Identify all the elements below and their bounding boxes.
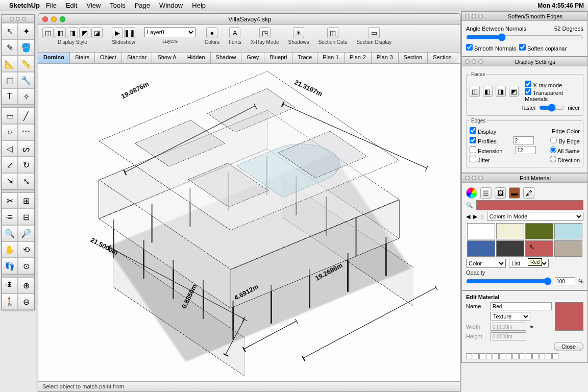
profiles-checkbox[interactable]: Profiles [470, 137, 497, 144]
menu-view[interactable]: View [86, 2, 101, 9]
toolbar-button[interactable]: A [229, 27, 240, 38]
toolbar-button[interactable]: ◪ [91, 27, 103, 38]
direction-radio[interactable]: Direction [550, 156, 580, 163]
color-swatch[interactable]: ↖Red [525, 240, 553, 257]
tool-button[interactable]: ↖ [2, 23, 18, 39]
scene-tab[interactable]: Show A [152, 53, 182, 63]
transparency-quality-slider[interactable] [539, 104, 565, 112]
tool-button[interactable]: T [2, 88, 18, 105]
toolbar-button[interactable]: ● [206, 27, 217, 38]
scene-tab[interactable]: Object [95, 53, 122, 63]
app-name[interactable]: SketchUp [9, 2, 40, 9]
menu-page[interactable]: Page [135, 2, 150, 9]
tool-button[interactable]: ⊞ [18, 192, 34, 209]
scene-tab[interactable]: Shadow [211, 53, 242, 63]
opacity-slider[interactable] [466, 277, 552, 285]
toolbar-button[interactable]: ◩ [79, 27, 90, 38]
scene-tab[interactable]: Grey [241, 53, 264, 63]
xray-checkbox[interactable]: X-ray mode [525, 82, 562, 88]
color-swatch[interactable] [467, 240, 495, 257]
color-swatch[interactable] [554, 240, 582, 257]
tool-button[interactable]: ⤢ [2, 157, 18, 173]
material-name-input[interactable] [491, 302, 552, 310]
search-icon[interactable]: 🔍 [466, 202, 473, 209]
face-style-icon[interactable]: ◫ [470, 86, 480, 97]
link-icon[interactable]: ⚭ [529, 324, 534, 330]
profiles-value[interactable] [513, 136, 534, 144]
toolbar-button[interactable]: ◧ [55, 27, 66, 38]
toolbar-button[interactable]: ☀ [293, 27, 304, 38]
tool-button[interactable]: ✎ [2, 39, 18, 56]
soften-coplanar-checkbox[interactable]: Soften coplanar [519, 44, 567, 52]
tool-button[interactable]: ✧ [18, 88, 34, 105]
palette-titlebar[interactable] [2, 15, 34, 23]
all-same-radio[interactable]: All Same [550, 146, 580, 154]
toolbar-button[interactable]: ◨ [67, 27, 78, 38]
close-button[interactable]: Close [554, 342, 583, 351]
color-swatch[interactable] [496, 223, 524, 239]
tool-button[interactable]: ⟲ [18, 241, 34, 258]
tool-button[interactable]: ⇲ [2, 173, 18, 189]
nav-fwd-icon[interactable]: ▶ [473, 213, 477, 220]
scene-tab[interactable]: Standar [122, 53, 153, 63]
home-icon[interactable]: ⌂ [480, 213, 484, 219]
image-palette-icon[interactable]: 🖼 [495, 187, 506, 199]
tool-button[interactable]: ◫ [2, 72, 18, 88]
extension-value[interactable] [516, 146, 536, 154]
tool-button[interactable]: ◁ [2, 140, 18, 157]
tool-button[interactable]: ↻ [18, 157, 34, 173]
tool-button[interactable]: 🔍 [2, 225, 18, 241]
menu-edit[interactable]: Edit [66, 2, 77, 9]
scene-tab[interactable]: Domino [38, 53, 70, 63]
zoom-window-icon[interactable] [60, 16, 65, 22]
scene-tab[interactable]: Section [428, 53, 457, 63]
menu-help[interactable]: Help [192, 2, 206, 9]
toolbar-button[interactable]: ❚❚ [124, 27, 135, 38]
minimize-window-icon[interactable] [51, 16, 57, 22]
color-swatch[interactable] [554, 223, 582, 239]
tool-button[interactable]: 🔧 [18, 72, 34, 88]
scene-tab[interactable]: Hidden [182, 53, 211, 63]
face-style-icon[interactable]: ◩ [509, 86, 519, 97]
tool-button[interactable]: 👣 [2, 258, 18, 274]
tool-button[interactable]: ⊖ [18, 293, 34, 310]
angle-slider[interactable] [466, 33, 583, 41]
tool-button[interactable]: ⤡ [18, 173, 34, 189]
color-collection-select[interactable]: Colors In Model [487, 212, 583, 221]
scene-tab[interactable]: Stairs [70, 53, 95, 63]
layer-select[interactable]: Layer0 [144, 27, 195, 37]
tool-button[interactable]: ⊕ [18, 277, 34, 293]
tool-button[interactable]: ╱ [18, 108, 34, 124]
list-mode-select[interactable]: List [509, 259, 549, 268]
menu-file[interactable]: File [46, 2, 57, 9]
color-swatch[interactable] [496, 240, 524, 257]
toolbar-button[interactable]: ▭ [369, 27, 380, 38]
opacity-value[interactable] [555, 277, 575, 285]
scene-tab[interactable]: Section [399, 53, 428, 63]
tool-button[interactable]: ✂ [2, 192, 18, 209]
tool-button[interactable]: ✦ [18, 23, 34, 39]
display-edges-checkbox[interactable]: Display [470, 127, 496, 135]
color-swatch[interactable] [525, 223, 553, 239]
scene-tab[interactable]: Trace [292, 53, 317, 63]
close-window-icon[interactable] [42, 16, 48, 22]
toolbar-button[interactable]: ◫ [42, 27, 54, 38]
tool-button[interactable]: ⊟ [18, 209, 34, 225]
scene-tab[interactable]: Bluepri [264, 53, 292, 63]
color-wheel-icon[interactable] [466, 187, 477, 199]
tool-button[interactable]: ▭ [2, 108, 18, 124]
toolbar-button[interactable]: ◳ [259, 27, 271, 38]
crayons-icon[interactable]: 🖍 [523, 187, 534, 199]
viewport-3d[interactable]: 19.0876m 21.3197m 21.5000m 6.8850m 4.691… [38, 64, 460, 381]
brick-icon[interactable]: ▬ [509, 187, 520, 199]
tool-button[interactable]: 🚶 [2, 293, 18, 310]
jitter-checkbox[interactable]: Jitter [470, 156, 490, 163]
menu-window[interactable]: Window [159, 2, 183, 9]
tool-button[interactable]: ⊙ [18, 258, 34, 274]
face-style-icon[interactable]: ◨ [496, 86, 506, 97]
tool-button[interactable]: ᔕ [18, 140, 34, 157]
by-edge-radio[interactable]: By Edge [550, 137, 580, 144]
tool-button[interactable]: 🪣 [18, 39, 34, 56]
scene-tab[interactable]: Plan-1 [317, 53, 345, 63]
color-display-select[interactable]: Color [466, 259, 506, 268]
